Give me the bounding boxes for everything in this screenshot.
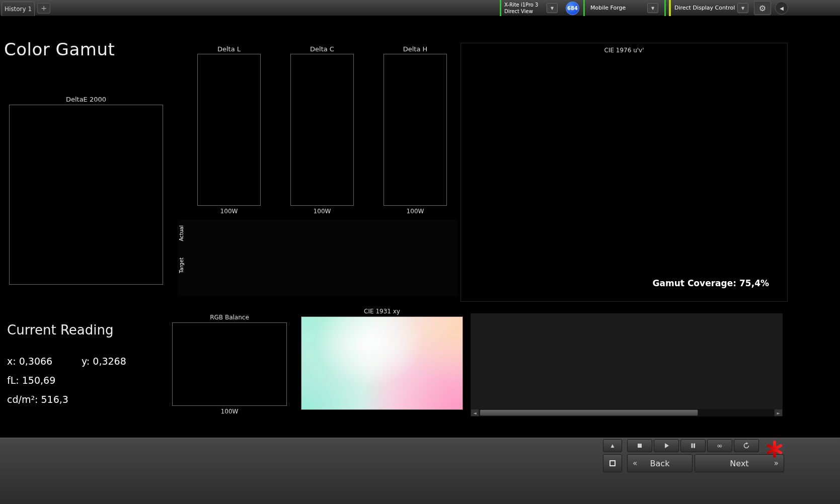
badge-value: 684 bbox=[567, 6, 578, 11]
actual-row-label: Actual bbox=[179, 225, 184, 241]
deltae2000-xaxis bbox=[9, 286, 163, 294]
bottom-toolbar: ▲ ∞ « Back Next » bbox=[0, 438, 840, 504]
scroll-left-button[interactable]: ◄ bbox=[471, 409, 479, 416]
chevron-down-icon: ▼ bbox=[551, 6, 554, 11]
reading-y: y: 0,3268 bbox=[82, 356, 126, 367]
stop-button[interactable] bbox=[627, 439, 652, 452]
delta-c-yaxis bbox=[277, 54, 289, 206]
source-status-bar bbox=[583, 0, 585, 16]
delta-h-chart: Delta H 100W bbox=[370, 45, 447, 215]
delta-c-plot bbox=[290, 54, 354, 206]
cie1976-title: CIE 1976 u'v' bbox=[461, 47, 787, 54]
display-control-selector[interactable]: Direct Display Control bbox=[674, 5, 735, 11]
gamut-coverage-label: Gamut Coverage: bbox=[653, 278, 736, 288]
refresh-icon bbox=[743, 442, 750, 449]
gamut-coverage-value: 75,4% bbox=[739, 278, 769, 288]
reading-cdm2: cd/m²: 516,3 bbox=[7, 394, 68, 405]
infinity-icon: ∞ bbox=[717, 442, 723, 450]
app-window: History 1 + X-Rite i1Pro 3 Direct View ▼… bbox=[0, 0, 840, 504]
meter-selector[interactable]: X-Rite i1Pro 3 Direct View bbox=[504, 2, 539, 15]
delta-c-title: Delta C bbox=[290, 45, 354, 54]
calman-asterisk-icon bbox=[763, 438, 786, 460]
delta-h-xlabel: 100W bbox=[384, 206, 447, 215]
chevron-down-icon: ▼ bbox=[741, 6, 744, 11]
rgb-balance-chart: RGB Balance 100W bbox=[157, 314, 287, 415]
scrollbar-thumb[interactable] bbox=[480, 409, 698, 416]
meter-status-bar bbox=[500, 0, 501, 16]
up-arrow-icon: ▲ bbox=[611, 443, 615, 448]
chevron-left-icon: ◀ bbox=[780, 6, 784, 11]
history-tab[interactable]: History 1 bbox=[2, 2, 35, 16]
cie1976-panel: CIE 1976 u'v' bbox=[461, 43, 788, 302]
scroll-right-button[interactable]: ► bbox=[774, 409, 783, 416]
source-name: Mobile Forge bbox=[590, 5, 626, 11]
deltae2000-title: DeltaE 2000 bbox=[9, 96, 163, 104]
pause-button[interactable] bbox=[680, 439, 706, 452]
rgb-balance-plot bbox=[172, 322, 287, 406]
next-button-label: Next bbox=[730, 459, 748, 468]
history-tab-label: History 1 bbox=[5, 6, 32, 13]
spectral-locus-fill bbox=[461, 43, 788, 302]
pattern-window-button[interactable] bbox=[603, 454, 622, 472]
delta-l-chart: Delta L 100W bbox=[184, 45, 261, 215]
table-scrollbar[interactable]: ◄ ► bbox=[471, 409, 783, 416]
meter-dropdown-button[interactable]: ▼ bbox=[547, 3, 558, 13]
meter-mode: Direct View bbox=[504, 8, 539, 15]
delta-c-xlabel: 100W bbox=[290, 206, 354, 215]
delta-l-plot bbox=[197, 54, 261, 206]
delta-h-title: Delta H bbox=[384, 45, 447, 54]
current-reading: Current Reading x: 0,3066 y: 0,3268 fL: … bbox=[7, 322, 168, 413]
play-icon bbox=[663, 443, 669, 449]
chevron-down-icon: ▼ bbox=[651, 6, 654, 11]
scrollbar-track[interactable] bbox=[479, 409, 774, 416]
refresh-button[interactable] bbox=[734, 439, 759, 452]
source-selector[interactable]: Mobile Forge bbox=[590, 5, 626, 11]
reading-fl: fL: 150,69 bbox=[7, 375, 55, 386]
cie1931-chart: CIE 1931 xy bbox=[301, 308, 463, 410]
display-control-name: Direct Display Control bbox=[674, 5, 735, 11]
delta-h-yaxis bbox=[370, 54, 383, 206]
actual-target-swatches: Actual Target bbox=[178, 220, 457, 296]
cie1976-diagram bbox=[461, 43, 788, 302]
window-icon bbox=[608, 459, 617, 467]
source-dropdown-button[interactable]: ▼ bbox=[647, 3, 658, 13]
meter-count-badge: 684 bbox=[566, 2, 579, 15]
continuous-measure-button[interactable]: ∞ bbox=[707, 439, 732, 452]
display-status-bar-green bbox=[664, 0, 666, 16]
play-button[interactable] bbox=[654, 439, 679, 452]
deltae2000-plot bbox=[9, 105, 163, 285]
back-button[interactable]: « Back bbox=[627, 454, 693, 472]
cie1931-field bbox=[301, 316, 463, 410]
top-toolbar: History 1 + X-Rite i1Pro 3 Direct View ▼… bbox=[0, 0, 840, 16]
display-status-bar-yellow bbox=[669, 0, 671, 16]
delta-c-chart: Delta C 100W bbox=[277, 45, 354, 215]
cie1931-title: CIE 1931 xy bbox=[301, 308, 463, 316]
add-tab-button[interactable]: + bbox=[37, 3, 50, 14]
stop-icon bbox=[637, 443, 643, 449]
display-dropdown-button[interactable]: ▼ bbox=[737, 3, 748, 13]
meter-name: X-Rite i1Pro 3 bbox=[504, 2, 539, 8]
chevrons-left-icon: « bbox=[633, 459, 637, 468]
gamut-coverage: Gamut Coverage:75,4% bbox=[650, 278, 769, 288]
gear-icon: ⚙ bbox=[759, 4, 766, 13]
reading-x: x: 0,3066 bbox=[7, 356, 52, 367]
rgb-balance-xlabel: 100W bbox=[172, 406, 287, 415]
delta-h-plot bbox=[384, 54, 447, 206]
pause-icon bbox=[690, 443, 696, 449]
rgb-balance-title: RGB Balance bbox=[172, 314, 287, 322]
delta-l-xlabel: 100W bbox=[197, 206, 261, 215]
expand-up-button[interactable]: ▲ bbox=[603, 439, 622, 452]
collapse-panel-button[interactable]: ◀ bbox=[775, 2, 788, 15]
swatch-row-labels: Actual Target bbox=[178, 222, 186, 296]
settings-button[interactable]: ⚙ bbox=[754, 1, 771, 15]
delta-l-title: Delta L bbox=[197, 45, 261, 54]
back-button-label: Back bbox=[650, 459, 670, 468]
page-title: Color Gamut bbox=[4, 39, 115, 59]
delta-l-yaxis bbox=[184, 54, 196, 206]
plus-icon: + bbox=[41, 4, 47, 12]
rgb-balance-yaxis bbox=[157, 322, 171, 406]
target-row-label: Target bbox=[179, 258, 184, 273]
deltae2000-chart: DeltaE 2000 bbox=[9, 96, 163, 294]
results-table bbox=[471, 313, 783, 409]
current-reading-title: Current Reading bbox=[7, 322, 168, 338]
